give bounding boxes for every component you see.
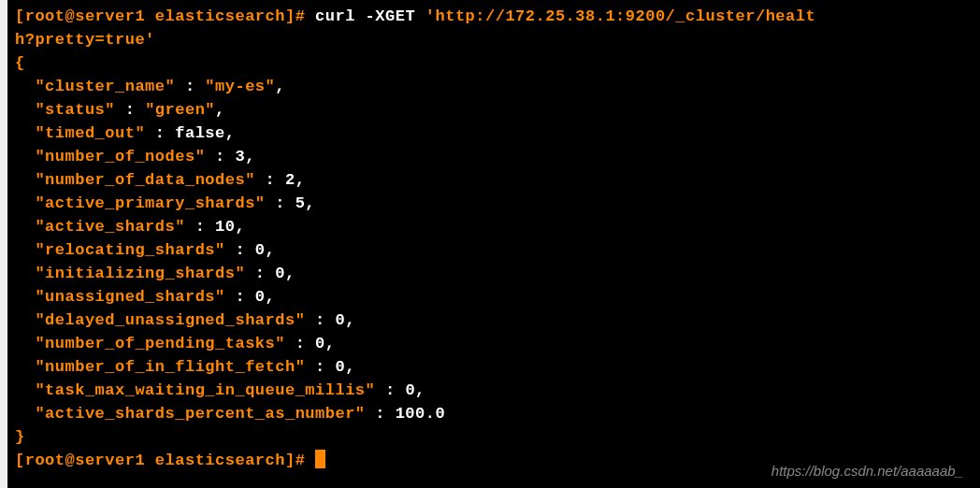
json-key: "number_of_in_flight_fetch": [35, 358, 305, 376]
command-verb: curl -XGET: [305, 7, 425, 25]
json-key: "initializing_shards": [35, 265, 245, 282]
json-key: "unassigned_shards": [35, 288, 224, 306]
shell-prompt: [root@server1 elasticsearch]#: [15, 7, 305, 25]
json-key: "number_of_nodes": [35, 148, 205, 165]
json-key: "cluster_name": [35, 78, 175, 95]
json-value: 0: [405, 381, 415, 399]
watermark-text: https://blog.csdn.net/aaaaaab_: [771, 463, 963, 479]
shell-prompt-2: [root@server1 elasticsearch]#: [15, 452, 305, 469]
json-brace-close: }: [15, 428, 25, 446]
json-value: 0: [275, 265, 285, 282]
json-key: "task_max_waiting_in_queue_millis": [35, 381, 375, 399]
json-value: "green": [145, 101, 215, 119]
json-key: "number_of_pending_tasks": [35, 335, 285, 352]
json-value: 10: [215, 218, 235, 236]
json-key: "relocating_shards": [35, 241, 224, 259]
json-key: "active_shards": [35, 218, 185, 236]
json-value: 2: [285, 171, 295, 189]
terminal-window[interactable]: [root@server1 elasticsearch]# curl -XGET…: [7, 0, 980, 488]
json-value: 0: [255, 241, 266, 259]
json-value: 0: [315, 335, 325, 352]
json-fields: "cluster_name" : "my-es", "status" : "gr…: [15, 78, 445, 423]
json-key: "active_primary_shards": [35, 194, 265, 212]
json-value: 0: [335, 358, 345, 376]
json-key: "number_of_data_nodes": [35, 171, 254, 189]
json-key: "active_shards_percent_as_number": [35, 405, 365, 423]
json-value: 0: [255, 288, 266, 306]
json-value: "my-es": [205, 78, 275, 95]
json-key: "status": [35, 101, 115, 119]
command-url-line1: 'http://172.25.38.1:9200/_cluster/healt: [425, 7, 815, 25]
json-value: 3: [235, 148, 245, 165]
command-url-line2: h?pretty=true': [15, 31, 155, 49]
json-key: "delayed_unassigned_shards": [35, 311, 305, 329]
json-brace-open: {: [15, 54, 25, 72]
json-value: 5: [295, 194, 306, 212]
json-value: false: [175, 124, 225, 142]
json-value: 0: [335, 311, 345, 329]
terminal-cursor: [315, 450, 325, 468]
json-value: 100.0: [396, 405, 446, 423]
json-key: "timed_out": [35, 124, 145, 142]
